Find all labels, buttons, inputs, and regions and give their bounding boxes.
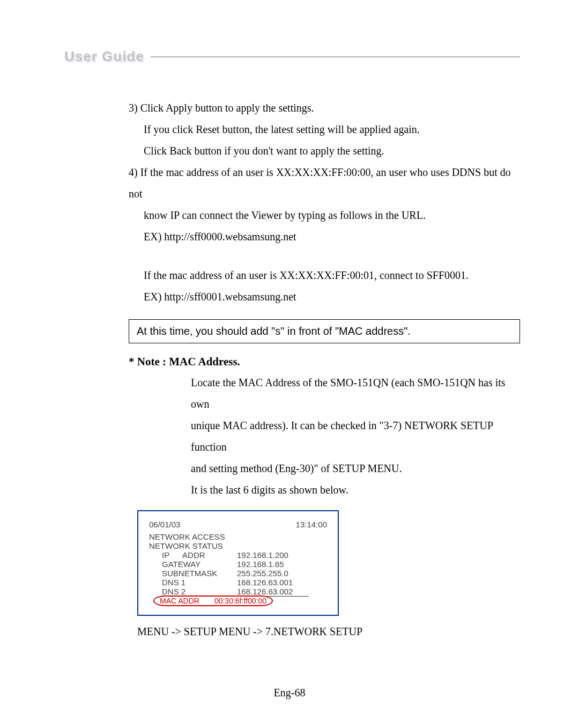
page-root: User Guide 3) Click Apply button to appl… bbox=[0, 0, 579, 638]
step-5-line-a: EX) http://sff0001.websamsung.net bbox=[129, 286, 520, 307]
page-number: Eng-68 bbox=[0, 687, 579, 699]
row-mac: MAC ADDR 00:30:6f:ff00:00 bbox=[148, 595, 328, 606]
network-status-panel: 06/01/03 13:14:00 NETWORK ACCESS NETWORK… bbox=[137, 510, 339, 616]
row-gateway: GATEWAY 192.168.1.65 bbox=[162, 560, 328, 569]
header-title: User Guide bbox=[64, 48, 144, 65]
note-line-1: Locate the MAC Address of the SMO-151QN … bbox=[191, 372, 523, 415]
row-gw-key: GATEWAY bbox=[162, 560, 237, 569]
network-status-inner: 06/01/03 13:14:00 NETWORK ACCESS NETWORK… bbox=[142, 514, 335, 612]
row-ip-val: 192.168.1.200 bbox=[237, 550, 288, 560]
panel-date: 06/01/03 bbox=[149, 520, 180, 529]
step-4-line-a: know IP can connect the Viewer by typing… bbox=[129, 204, 520, 226]
row-d2-val: 168.126.63.002 bbox=[237, 587, 293, 596]
row-sm-key: SUBNETMASK bbox=[162, 569, 237, 578]
callout-text: At this time, you should add "s" in fron… bbox=[137, 325, 411, 337]
row-mac-key: MAC ADDR bbox=[160, 597, 199, 605]
row-mac-val: 00:30:6f:ff00:00 bbox=[214, 597, 266, 605]
step-3-line-b: Click Back button if you don't want to a… bbox=[129, 140, 520, 161]
row-ip-key: IP ADDR bbox=[162, 550, 237, 560]
step-5: If the mac address of an user is XX:XX:X… bbox=[129, 264, 520, 286]
row-d1-key: DNS 1 bbox=[162, 578, 237, 587]
row-dns2: DNS 2 168.126.63.002 bbox=[162, 587, 328, 596]
note-line-2: unique MAC address). It can be checked i… bbox=[191, 415, 523, 458]
menu-path: MENU -> SETUP MENU -> 7.NETWORK SETUP bbox=[137, 626, 520, 638]
row-subnet: SUBNETMASK 255.255.255.0 bbox=[162, 569, 328, 578]
step-3-line-a: If you click Reset button, the latest se… bbox=[129, 119, 520, 140]
panel-title-2: NETWORK STATUS bbox=[148, 541, 328, 550]
step-4: 4) If the mac address of an user is XX:X… bbox=[129, 161, 520, 204]
step-3: 3) Click Apply button to apply the setti… bbox=[129, 97, 520, 119]
row-gw-val: 192.168.1.65 bbox=[237, 560, 284, 569]
panel-time: 13:14:00 bbox=[296, 520, 327, 529]
header-divider bbox=[151, 56, 520, 57]
panel-title-1: NETWORK ACCESS bbox=[148, 532, 328, 541]
note-heading: * Note : MAC Address. bbox=[129, 355, 520, 369]
row-dns1: DNS 1 168.126.63.001 bbox=[162, 578, 328, 587]
note-line-3: and setting method (Eng-30)" of SETUP ME… bbox=[191, 458, 523, 479]
note-body: Locate the MAC Address of the SMO-151QN … bbox=[191, 372, 523, 501]
row-d2-key: DNS 2 bbox=[162, 587, 237, 596]
callout-box: At this time, you should add "s" in fron… bbox=[129, 319, 520, 343]
body-text-block: 3) Click Apply button to apply the setti… bbox=[129, 97, 520, 307]
step-4-line-b: EX) http://sff0000.websamsung.net bbox=[129, 226, 520, 247]
panel-table: IP ADDR 192.168.1.200 GATEWAY 192.168.1.… bbox=[148, 550, 328, 596]
page-header: User Guide bbox=[64, 48, 520, 65]
row-sm-val: 255.255.255.0 bbox=[237, 569, 288, 578]
panel-datetime-row: 06/01/03 13:14:00 bbox=[148, 519, 328, 532]
mac-highlight-ellipse: MAC ADDR 00:30:6f:ff00:00 bbox=[153, 595, 273, 606]
row-ip: IP ADDR 192.168.1.200 bbox=[162, 550, 328, 560]
row-d1-val: 168.126.63.001 bbox=[237, 578, 293, 587]
note-line-4: It is the last 6 digits as shown below. bbox=[191, 479, 523, 501]
